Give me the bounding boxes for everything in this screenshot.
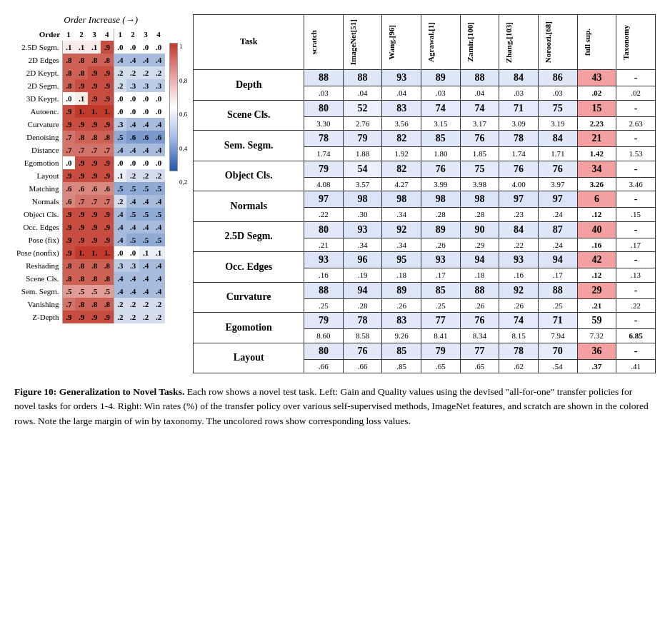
heatmap-cell: .0 bbox=[126, 246, 139, 259]
result-sub-cell: .02 bbox=[577, 86, 616, 100]
result-sub-cell: .28 bbox=[421, 208, 461, 221]
heatmap-row: Pose (fix).9.9.9.9.4.5.5.5 bbox=[14, 233, 165, 246]
heatmap-cell: .2 bbox=[139, 169, 152, 182]
result-sub-cell: .21 bbox=[304, 238, 344, 251]
heatmap-cell: .5 bbox=[139, 233, 152, 246]
result-sub-cell: 3.26 bbox=[577, 177, 616, 191]
result-main-cell: 85 bbox=[382, 343, 421, 359]
heatmap-row-label: Matching bbox=[14, 182, 62, 195]
heatmap-table: Order 1 2 3 4 1 2 3 4 2.5D Segm..1.1.1.9… bbox=[14, 29, 165, 323]
heatmap-cell: .0 bbox=[114, 156, 126, 169]
heatmap-row: 2D Segm..8.9.9.9.2.3.3.3 bbox=[14, 79, 165, 92]
heatmap-cell: .9 bbox=[101, 79, 114, 92]
result-sub-cell: .03 bbox=[304, 86, 344, 100]
heatmap-cell: .4 bbox=[126, 118, 139, 131]
heatmap-cell: .3 bbox=[126, 259, 139, 272]
result-main-cell: 88 bbox=[460, 70, 499, 86]
result-main-cell: 82 bbox=[382, 161, 421, 177]
col-h6: 2 bbox=[126, 29, 139, 41]
heatmap-cell: .5 bbox=[62, 285, 75, 298]
task-name: Layout bbox=[194, 343, 304, 373]
heatmap-cell: .4 bbox=[114, 285, 126, 298]
colorbar-mid-bot-label: 0,4 bbox=[179, 145, 187, 152]
heatmap-cell: .0 bbox=[152, 92, 165, 105]
result-main-cell: - bbox=[616, 221, 656, 238]
heatmap-row: Sem. Segm..5.5.5.5.4.4.4.4 bbox=[14, 285, 165, 298]
result-main-cell: - bbox=[616, 131, 656, 147]
heatmap-cell: .0 bbox=[62, 156, 75, 169]
heatmap-row: Denoising.7.8.8.8.5.6.6.6 bbox=[14, 131, 165, 144]
heatmap-cell: .9 bbox=[62, 105, 75, 118]
result-main-cell: 83 bbox=[382, 100, 421, 116]
col-h3: 3 bbox=[88, 29, 101, 41]
heatmap-row-label: Layout bbox=[14, 169, 62, 182]
result-sub-cell: .62 bbox=[499, 359, 539, 373]
heatmap-cell: .4 bbox=[114, 208, 126, 221]
heatmap-row-label: Object Cls. bbox=[14, 208, 62, 221]
result-main-cell: 15 bbox=[577, 100, 616, 116]
results-header-row: Task scratch ImageNet[51] Wang.[96] Agra… bbox=[194, 15, 656, 70]
result-sub-cell: 8.60 bbox=[304, 329, 344, 343]
result-main-cell: 36 bbox=[577, 343, 616, 359]
result-sub-cell: 8.41 bbox=[421, 329, 461, 343]
heatmap-cell: .5 bbox=[152, 233, 165, 246]
col-zamir: Zamir.[100] bbox=[460, 15, 499, 70]
heatmap-cell: .7 bbox=[101, 144, 114, 156]
heatmap-cell: 1. bbox=[88, 246, 101, 259]
heatmap-cell: .4 bbox=[152, 285, 165, 298]
heatmap-cell: .0 bbox=[139, 156, 152, 169]
heatmap-row-label: Curvature bbox=[14, 118, 62, 131]
result-sub-cell: 3.46 bbox=[616, 177, 656, 191]
result-sub-cell: 3.97 bbox=[538, 177, 577, 191]
heatmap-cell: .9 bbox=[75, 156, 88, 169]
colorbar-mid-top-label: 0,8 bbox=[179, 77, 187, 84]
heatmap-cell: .9 bbox=[88, 233, 101, 246]
heatmap-cell: .2 bbox=[114, 311, 126, 323]
heatmap-row: Pose (nonfix).91.1.1..0.0.1.1 bbox=[14, 246, 165, 259]
heatmap-row: Curvature.9.9.9.9.3.4.4.4 bbox=[14, 118, 165, 131]
result-main-cell: 86 bbox=[538, 70, 577, 86]
heatmap-cell: .9 bbox=[62, 311, 75, 323]
result-main-cell: 92 bbox=[499, 282, 539, 298]
heatmap-cell: .3 bbox=[126, 79, 139, 92]
heatmap-cell: .2 bbox=[152, 169, 165, 182]
result-sub-cell: .24 bbox=[538, 238, 577, 251]
heatmap-cell: .2 bbox=[139, 298, 152, 311]
heatmap-cell: .4 bbox=[139, 272, 152, 285]
heatmap-cell: .9 bbox=[101, 41, 114, 54]
heatmap-cell: .9 bbox=[88, 311, 101, 323]
task-name: Egomotion bbox=[194, 313, 304, 343]
result-sub-cell: 1.92 bbox=[382, 147, 421, 161]
heatmap-cell: .1 bbox=[139, 246, 152, 259]
result-main-cell: 29 bbox=[577, 282, 616, 298]
col-h4: 4 bbox=[101, 29, 114, 41]
heatmap-cell: .4 bbox=[139, 195, 152, 208]
heatmap-cell: .7 bbox=[88, 144, 101, 156]
heatmap-cell: .0 bbox=[126, 156, 139, 169]
result-main-cell: 84 bbox=[499, 221, 539, 238]
result-main-cell: 97 bbox=[499, 191, 539, 208]
result-main-cell: 94 bbox=[538, 252, 577, 268]
result-main-cell: 93 bbox=[304, 252, 344, 268]
heatmap-cell: .4 bbox=[139, 259, 152, 272]
result-main-cell: 75 bbox=[460, 161, 499, 177]
heatmap-cell: .0 bbox=[126, 92, 139, 105]
heatmap-cell: .4 bbox=[114, 144, 126, 156]
heatmap-cell: .5 bbox=[152, 182, 165, 195]
heatmap-cell: .2 bbox=[126, 298, 139, 311]
heatmap-cell: .9 bbox=[75, 79, 88, 92]
result-main-cell: 98 bbox=[421, 191, 461, 208]
heatmap-cell: .8 bbox=[75, 298, 88, 311]
heatmap-cell: 1. bbox=[75, 105, 88, 118]
result-main-cell: 84 bbox=[499, 70, 539, 86]
heatmap-cell: 1. bbox=[101, 246, 114, 259]
result-sub-cell: 8.34 bbox=[460, 329, 499, 343]
heatmap-cell: .7 bbox=[88, 195, 101, 208]
heatmap-cell: .9 bbox=[101, 169, 114, 182]
heatmap-row-label: 2D Keypt. bbox=[14, 66, 62, 79]
result-sub-cell: .28 bbox=[460, 208, 499, 221]
heatmap-cell: .8 bbox=[62, 272, 75, 285]
heatmap-cell: .0 bbox=[62, 92, 75, 105]
heatmap-row-label: 2.5D Segm. bbox=[14, 41, 62, 54]
col-fullsup: full sup. bbox=[577, 15, 616, 70]
